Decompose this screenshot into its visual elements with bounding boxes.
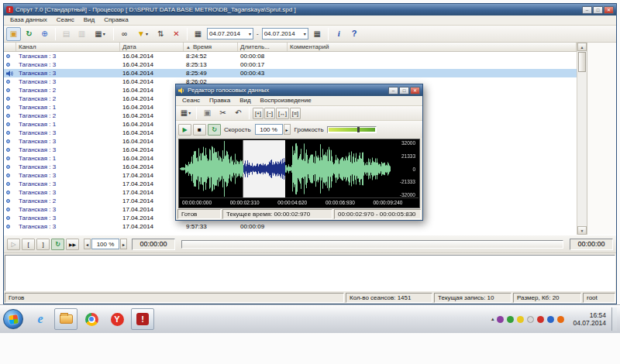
menu-view[interactable]: Вид [79, 15, 99, 25]
col-header-channel[interactable]: Канал [16, 43, 120, 51]
taskbar-yandex-button[interactable]: Y [105, 308, 129, 330]
table-row[interactable]: Таганская : 3 16.04.2014 8:25:13 00:00:1… [4, 60, 577, 69]
table-scrollbar[interactable]: ▲ ▼ [577, 43, 587, 235]
mark-in-button[interactable]: [ [22, 239, 35, 250]
main-toolbar: ▣ ↻ ⊕ ▤ ▥ ▦▾ ∞ ▼▾ ⇅ ✕ ▦ 04.07.2014▾ - 04… [4, 26, 616, 43]
fast-forward-button[interactable]: ▶▶ [66, 239, 79, 250]
calendar-to-button[interactable]: ▦ [310, 27, 325, 41]
menu-database[interactable]: База данных [5, 15, 52, 25]
tray-app-icon[interactable] [507, 316, 514, 323]
table-row[interactable]: Таганская : 3 16.04.2014 8:24:52 00:00:0… [4, 52, 577, 60]
delete-button[interactable]: ✕ [169, 27, 184, 41]
help-button[interactable]: ? [347, 27, 362, 41]
editor-menu-edit[interactable]: Правка [205, 96, 235, 105]
tray-app-icon[interactable] [537, 316, 544, 323]
scroll-up-icon[interactable]: ▲ [577, 43, 587, 51]
zoom-all-button[interactable]: [≡] [290, 108, 301, 119]
scroll-down-icon[interactable]: ▼ [577, 226, 587, 235]
tray-app-icon[interactable] [497, 316, 504, 323]
editor-toolbar: ▦▾ ▣ ✂ ↶ [+] [−] [↔] [≡] [176, 106, 422, 121]
info-button[interactable]: i [332, 27, 346, 41]
editor-close-button[interactable]: ✕ [410, 87, 420, 94]
scale-label: -32000 [400, 192, 415, 197]
col-header-duration[interactable]: Длитель... [238, 43, 288, 51]
editor-menu-view[interactable]: Вид [235, 96, 255, 105]
editor-maximize-button[interactable]: □ [399, 87, 409, 94]
cell-channel: Таганская : 1 [16, 103, 120, 112]
col-header-icon[interactable] [4, 43, 16, 51]
taskbar-sprut-button[interactable]: ! [131, 308, 154, 330]
search-button[interactable]: ∞ [117, 27, 132, 41]
copy-button[interactable]: ▤ [59, 27, 74, 41]
menu-session[interactable]: Сеанс [52, 15, 79, 25]
waveform-display[interactable] [180, 140, 391, 197]
position-slider[interactable] [181, 240, 563, 249]
zoom-selection-button[interactable]: [↔] [276, 108, 289, 119]
tray-app-icon[interactable] [557, 316, 564, 323]
minimize-button[interactable]: – [582, 6, 592, 14]
editor-cut-button[interactable]: ✂ [215, 106, 230, 120]
export-button[interactable]: ▦▾ [90, 27, 110, 41]
record-icon [6, 54, 10, 58]
tray-app-icon[interactable] [527, 316, 534, 323]
play-outline-icon: ▷ [11, 241, 16, 248]
date-to-value: 04.07.2014 [264, 30, 303, 37]
close-button[interactable]: ✕ [604, 6, 614, 14]
zoom-in-button[interactable]: [+] [253, 108, 264, 119]
table-row[interactable]: Таганская : 3 16.04.2014 8:25:49 00:00:4… [4, 69, 577, 77]
editor-save-button[interactable]: ▦▾ [178, 106, 193, 120]
zoom-increase-icon[interactable]: ▸ [120, 239, 127, 249]
zoom-decrease-icon[interactable]: ◂ [84, 239, 91, 249]
date-from-field[interactable]: 04.07.2014▾ [207, 28, 253, 39]
editor-copy-button[interactable]: ▣ [200, 106, 215, 120]
editor-play-button[interactable]: ▶ [178, 124, 191, 136]
scrollbar-thumb[interactable] [578, 52, 586, 72]
editor-menu-session[interactable]: Сеанс [177, 96, 205, 105]
date-to-field[interactable]: 04.07.2014▾ [262, 28, 308, 39]
maximize-button[interactable]: □ [593, 6, 603, 14]
loop-button[interactable]: ↻ [51, 239, 64, 250]
taskbar-explorer-button[interactable] [54, 308, 78, 330]
taskbar-chrome-button[interactable] [80, 308, 103, 330]
refresh-button[interactable]: ↻ [22, 27, 36, 41]
title-bar[interactable]: ! Спрут 7.0 [Стандартный] - Процессор [ … [4, 4, 616, 15]
play-button[interactable]: ▷ [7, 239, 20, 250]
col-header-date[interactable]: Дата [120, 43, 184, 51]
editor-title-bar[interactable]: Редактор голосовых данных – □ ✕ [176, 84, 422, 96]
toolbar-separator [55, 28, 56, 40]
editor-minimize-button[interactable]: – [388, 87, 398, 94]
tray-expand-icon[interactable]: ▴ [491, 316, 494, 322]
network-button[interactable]: ⊕ [37, 27, 52, 41]
filter-button[interactable]: ▼▾ [133, 27, 153, 41]
volume-slider[interactable] [327, 126, 377, 133]
editor-status-bar: Готов Текущее время: 00:00:02:970 00:00:… [176, 208, 422, 220]
zoom-out-button[interactable]: [−] [264, 108, 275, 119]
volume-handle[interactable] [357, 127, 360, 132]
tray-app-icon[interactable] [517, 316, 524, 323]
mark-out-button[interactable]: ] [36, 239, 50, 250]
table-row[interactable]: Таганская : 3 17.04.2014 9:57:33 00:00:0… [4, 222, 577, 231]
start-button[interactable] [3, 309, 23, 329]
calendar-from-button[interactable]: ▦ [191, 27, 205, 41]
show-desktop-button[interactable] [611, 307, 617, 331]
sort-button[interactable]: ⇅ [153, 27, 168, 41]
menu-help[interactable]: Справка [99, 15, 133, 25]
help-icon: ? [352, 29, 357, 38]
col-header-time[interactable]: ▲Время [184, 43, 238, 51]
cell-duration: 00:00:17 [238, 60, 288, 69]
editor-loop-button[interactable]: ↻ [208, 124, 221, 136]
sort-icon: ⇅ [157, 30, 164, 38]
tray-app-icon[interactable] [547, 316, 554, 323]
col-header-comment[interactable]: Комментарий [288, 43, 577, 51]
speed-increase-icon[interactable]: ▸ [284, 124, 291, 135]
open-database-button[interactable]: ▣ [6, 27, 21, 41]
editor-undo-button[interactable]: ↶ [231, 106, 246, 120]
editor-stop-button[interactable]: ■ [193, 124, 206, 136]
cell-date: 16.04.2014 [120, 69, 184, 77]
comment-area[interactable] [5, 255, 615, 291]
taskbar-ie-button[interactable]: e [29, 308, 52, 330]
card-button[interactable]: ▥ [74, 27, 89, 41]
date-range-separator: - [255, 30, 260, 37]
editor-menu-playback[interactable]: Воспроизведение [256, 96, 316, 105]
taskbar-clock[interactable]: 16:54 04.07.2014 [570, 311, 609, 327]
